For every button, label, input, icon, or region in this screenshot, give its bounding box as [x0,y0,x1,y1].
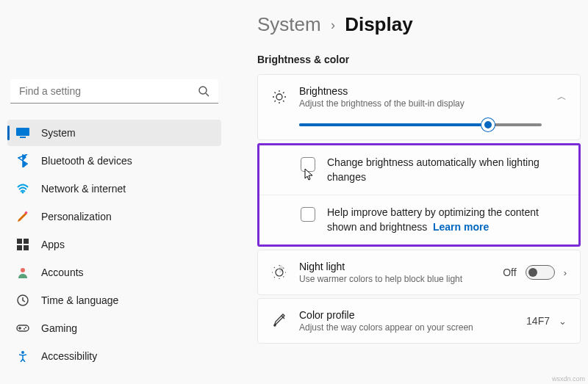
color-profile-sub: Adjust the way colors appear on your scr… [299,322,514,333]
color-profile-icon [271,313,287,329]
brightness-header[interactable]: Brightness Adjust the brightness of the … [258,75,580,119]
night-light-sub: Use warmer colors to help block blue lig… [299,274,491,284]
sidebar-item-accessibility[interactable]: Accessibility [7,343,221,369]
svg-line-21 [275,93,276,94]
sidebar-item-gaming[interactable]: Gaming [7,315,221,341]
svg-point-4 [22,192,24,194]
accessibility-icon [16,349,29,363]
brightness-card: Brightness Adjust the brightness of the … [257,74,581,140]
personalization-icon [16,210,29,223]
sidebar-item-apps[interactable]: Apps [7,231,221,258]
chevron-down-icon[interactable]: ⌄ [559,316,567,327]
svg-line-1 [206,93,209,96]
watermark: wsxdn.com [552,375,585,383]
night-light-title: Night light [299,261,491,272]
sidebar-item-accounts[interactable]: Accounts [7,259,221,286]
night-light-toggle[interactable] [526,265,555,280]
brightness-sub: Adjust the brightness of the built-in di… [299,98,545,109]
svg-point-16 [276,94,282,100]
brightness-slider[interactable] [299,123,542,126]
auto-brightness-row[interactable]: Change brightness automatically when lig… [259,145,578,195]
brightness-title: Brightness [299,85,545,97]
highlighted-options: Change brightness automatically when lig… [257,143,581,247]
sidebar-item-label: Bluetooth & devices [41,155,132,167]
breadcrumb-parent[interactable]: System [257,13,321,35]
night-light-card[interactable]: Night light Use warmer colors to help bl… [257,250,581,295]
night-light-state: Off [503,267,516,278]
auto-brightness-label: Change brightness automatically when lig… [327,156,565,184]
chevron-right-icon[interactable]: › [564,267,567,278]
section-title: Brightness & color [257,54,581,65]
battery-optimize-row[interactable]: Help improve battery by optimizing the c… [259,195,578,244]
sidebar-item-system[interactable]: System [7,120,221,146]
svg-point-0 [199,87,207,94]
sidebar-item-label: Apps [41,239,65,250]
sidebar-item-bluetooth[interactable]: Bluetooth & devices [7,148,221,174]
color-profile-value: 14F7 [526,315,550,327]
svg-rect-8 [17,245,22,250]
svg-line-33 [284,267,285,269]
svg-line-24 [283,93,284,94]
bluetooth-icon [16,154,29,167]
sidebar-item-label: Network & internet [41,183,126,195]
accounts-icon [16,266,29,279]
gaming-icon [16,322,29,335]
svg-line-22 [283,101,284,102]
chevron-right-icon: › [331,18,335,32]
night-light-icon [271,264,287,280]
svg-point-14 [24,328,25,330]
svg-point-13 [25,327,26,328]
sidebar-item-label: Accounts [41,267,84,278]
brightness-icon [271,89,287,105]
svg-point-10 [21,268,25,272]
svg-rect-6 [17,239,22,244]
svg-line-31 [284,277,285,278]
search-box[interactable] [10,79,218,104]
svg-rect-2 [16,128,29,136]
sidebar-item-time[interactable]: Time & language [7,287,221,314]
svg-rect-3 [20,137,26,138]
sidebar-item-network[interactable]: Network & internet [7,175,221,202]
cursor-icon [304,168,315,181]
breadcrumb-current: Display [345,13,413,35]
system-icon [16,126,29,140]
network-icon [16,182,29,195]
svg-line-23 [275,101,276,102]
slider-thumb[interactable] [481,118,495,131]
sidebar-item-personalization[interactable]: Personalization [7,203,221,230]
svg-point-15 [21,351,24,354]
svg-line-30 [274,267,276,269]
color-profile-title: Color profile [299,309,514,321]
battery-optimize-checkbox[interactable] [301,207,315,222]
sidebar-item-label: Personalization [41,211,112,222]
time-icon [16,294,29,307]
apps-icon [16,238,29,251]
sidebar-item-label: Accessibility [41,350,97,362]
svg-rect-7 [24,239,29,244]
sidebar-item-label: Time & language [41,294,118,306]
breadcrumb: System › Display [257,13,581,36]
auto-brightness-checkbox[interactable] [301,157,315,172]
svg-point-34 [274,325,276,326]
chevron-up-icon[interactable]: ︿ [557,90,567,104]
battery-optimize-label: Help improve battery by optimizing the c… [327,206,565,234]
search-input[interactable] [19,85,198,97]
sidebar-item-label: Gaming [41,322,77,334]
svg-line-32 [274,277,276,278]
color-profile-card[interactable]: Color profile Adjust the way colors appe… [257,298,581,344]
slider-fill [299,123,488,126]
sidebar-item-label: System [41,127,76,139]
learn-more-link[interactable]: Learn more [433,221,489,233]
svg-rect-9 [24,245,29,250]
search-icon [198,85,209,97]
